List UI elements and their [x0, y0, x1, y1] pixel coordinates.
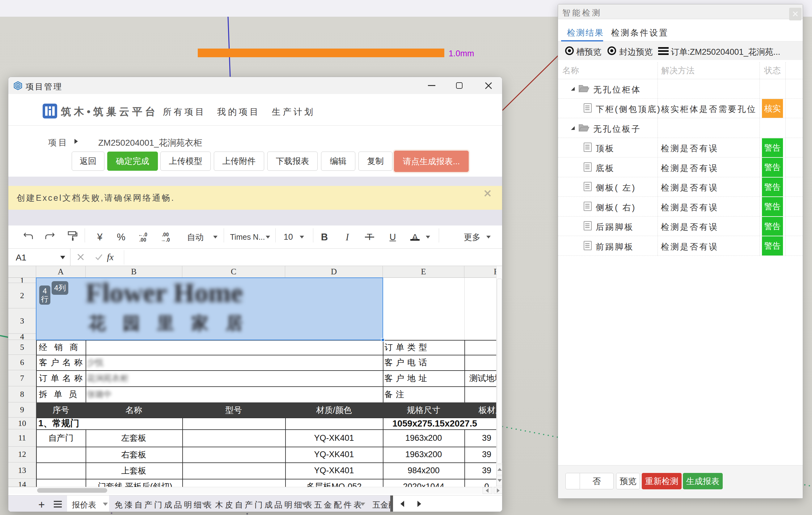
svg-text:1.0mm: 1.0mm	[448, 49, 474, 58]
